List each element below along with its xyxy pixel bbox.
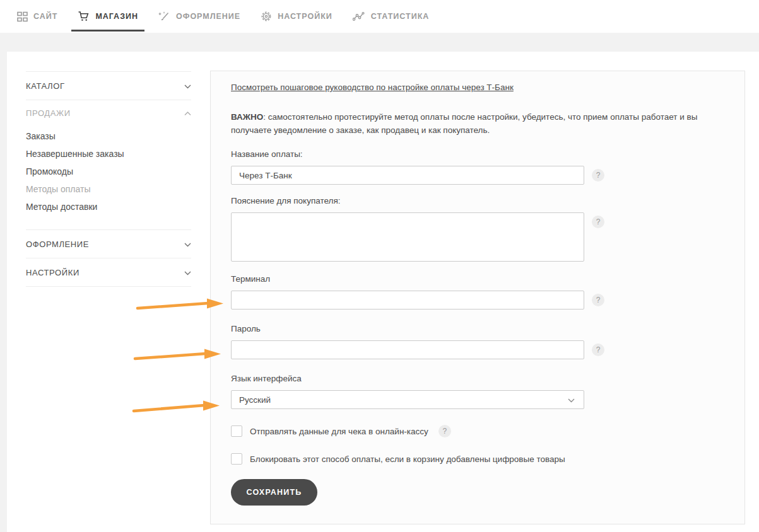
payment-settings-card: Посмотреть пошаговое руководство по наст… [210, 71, 745, 524]
tab-design[interactable]: ОФОРМЛЕНИЕ [152, 0, 247, 33]
sidebar-item-orders[interactable]: Заказы [26, 127, 191, 145]
gear-icon [261, 11, 272, 22]
checkbox-row-block-digital: Блокировать этот способ оплаты, если в к… [231, 453, 724, 465]
chevron-down-icon [568, 395, 575, 405]
sidebar-section-design-label: ОФОРМЛЕНИЕ [26, 240, 89, 249]
buyer-note-label: Пояснение для покупателя: [231, 196, 724, 205]
chevron-up-icon [184, 108, 191, 118]
receipt-checkbox[interactable] [231, 425, 242, 437]
language-select[interactable]: Русский [231, 390, 584, 409]
help-icon[interactable]: ? [592, 294, 604, 306]
sidebar-section-catalog[interactable]: КАТАЛОГ [26, 71, 191, 100]
sidebar-divider [26, 286, 191, 287]
sidebar-section-sales[interactable]: ПРОДАЖИ [26, 100, 191, 126]
cart-icon [78, 11, 90, 22]
sidebar-item-payment-methods[interactable]: Методы оплаты [26, 180, 191, 198]
grid-icon [17, 11, 28, 22]
tab-settings-label: НАСТРОЙКИ [278, 12, 332, 21]
paintbrush-icon [158, 11, 170, 22]
field-password: Пароль ? [231, 324, 724, 359]
field-payment-name: Название оплаты: ? [231, 149, 724, 185]
top-nav: САЙТ МАГАЗИН ОФОРМЛЕНИЕ [0, 0, 759, 33]
terminal-pointer-arrow-icon [135, 296, 225, 313]
line-chart-icon [353, 11, 365, 22]
chevron-down-icon [184, 81, 191, 91]
chevron-down-icon [184, 240, 191, 249]
chevron-down-icon [184, 268, 191, 277]
password-pointer-arrow-icon [132, 347, 222, 363]
language-select-value: Русский [239, 395, 271, 405]
important-note: ВАЖНО: самостоятельно протестируйте мето… [231, 110, 703, 137]
sidebar-section-design[interactable]: ОФОРМЛЕНИЕ [26, 229, 191, 258]
help-icon[interactable]: ? [592, 344, 604, 356]
field-terminal: Терминал ? [231, 274, 724, 309]
sidebar-sales-list: Заказы Незавершенные заказы Промокоды Ме… [26, 126, 191, 229]
sidebar-section-settings-label: НАСТРОЙКИ [26, 268, 79, 277]
sidebar-section-catalog-label: КАТАЛОГ [26, 81, 65, 91]
payment-name-label: Название оплаты: [231, 149, 724, 159]
important-note-bold: ВАЖНО [231, 112, 263, 122]
block-digital-checkbox[interactable] [231, 453, 242, 465]
tab-settings[interactable]: НАСТРОЙКИ [254, 0, 339, 33]
tab-shop[interactable]: МАГАЗИН [71, 0, 144, 33]
buyer-note-textarea[interactable] [231, 212, 584, 262]
tab-site-label: САЙТ [33, 12, 57, 21]
checkbox-row-receipt: Отправлять данные для чека в онлайн-касс… [231, 425, 724, 437]
language-label: Язык интерфейса [231, 374, 724, 383]
admin-screen: САЙТ МАГАЗИН ОФОРМЛЕНИЕ [0, 0, 759, 532]
sidebar-item-incomplete-orders[interactable]: Незавершенные заказы [26, 145, 191, 163]
tab-design-label: ОФОРМЛЕНИЕ [176, 12, 240, 21]
password-label: Пароль [231, 324, 724, 333]
sidebar-item-promocodes[interactable]: Промокоды [26, 163, 191, 180]
help-icon[interactable]: ? [438, 425, 451, 437]
help-icon[interactable]: ? [592, 216, 604, 228]
help-icon[interactable]: ? [592, 169, 604, 182]
save-button[interactable]: СОХРАНИТЬ [231, 479, 317, 506]
terminal-label: Терминал [231, 274, 724, 284]
tab-shop-label: МАГАЗИН [95, 12, 138, 21]
terminal-input[interactable] [231, 291, 584, 309]
tab-statistics[interactable]: СТАТИСТИКА [346, 0, 436, 33]
receipt-checkbox-label: Отправлять данные для чека в онлайн-касс… [250, 427, 428, 436]
block-digital-checkbox-label: Блокировать этот способ оплаты, если в к… [250, 454, 565, 464]
sidebar-item-delivery-methods[interactable]: Методы доставки [26, 198, 191, 216]
password-input[interactable] [231, 340, 584, 359]
important-note-text: : самостоятельно протестируйте метод опл… [231, 112, 697, 135]
sidebar: КАТАЛОГ ПРОДАЖИ Заказы Незавершенные зак… [26, 71, 191, 287]
field-buyer-note: Пояснение для покупателя: ? [231, 196, 724, 262]
sidebar-section-sales-label: ПРОДАЖИ [26, 108, 71, 118]
tab-statistics-label: СТАТИСТИКА [371, 12, 430, 21]
tab-site[interactable]: САЙТ [11, 0, 64, 33]
field-language: Язык интерфейса Русский [231, 374, 724, 409]
guide-link[interactable]: Посмотреть пошаговое руководство по наст… [231, 83, 514, 92]
payment-name-input[interactable] [231, 166, 584, 185]
language-pointer-arrow-icon [131, 398, 221, 415]
sidebar-section-settings[interactable]: НАСТРОЙКИ [26, 258, 191, 286]
